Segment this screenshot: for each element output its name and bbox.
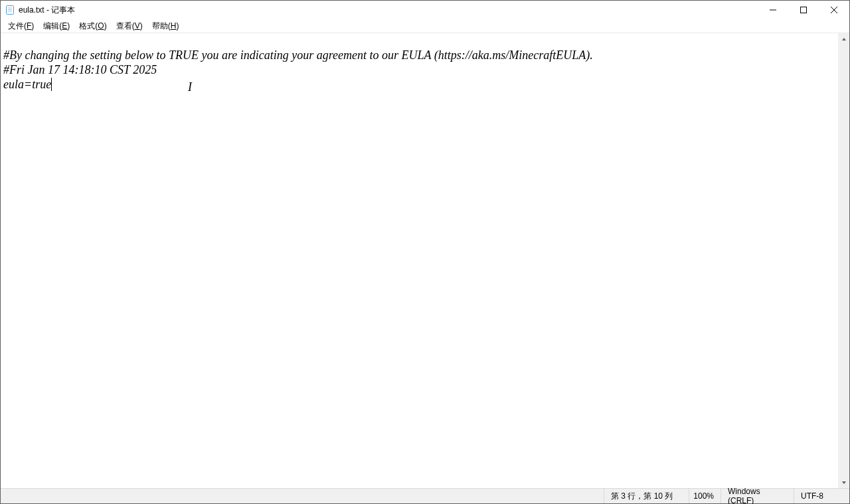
close-button[interactable] [819,1,849,19]
menu-format[interactable]: 格式(O) [74,20,111,33]
menu-help[interactable]: 帮助(H) [147,20,184,33]
menu-view[interactable]: 查看(V) [112,20,147,33]
scroll-track[interactable] [838,44,849,477]
scroll-down-arrow-icon[interactable] [838,477,849,488]
status-zoom: 100% [689,489,721,503]
minimize-button[interactable] [758,1,788,19]
editor-wrap: #By changing the setting below to TRUE y… [1,33,849,488]
menubar: 文件(F) 编辑(E) 格式(O) 查看(V) 帮助(H) [1,19,849,33]
status-encoding: UTF-8 [794,489,849,503]
svg-marker-9 [842,481,846,484]
titlebar: eula.txt - 记事本 [1,1,849,19]
status-cursor-position: 第 3 行，第 10 列 [604,489,689,503]
scroll-up-arrow-icon[interactable] [838,33,849,44]
maximize-button[interactable] [788,1,819,19]
editor-line: #Fri Jan 17 14:18:10 CST 2025 [3,63,157,76]
svg-rect-5 [801,7,807,13]
ibeam-cursor-icon: I [188,80,192,94]
text-editor[interactable]: #By changing the setting below to TRUE y… [1,33,838,488]
menu-edit[interactable]: 编辑(E) [39,20,74,33]
notepad-icon [5,5,15,15]
menu-file[interactable]: 文件(F) [3,20,39,33]
editor-line: #By changing the setting below to TRUE y… [3,48,593,62]
statusbar: 第 3 行，第 10 列 100% Windows (CRLF) UTF-8 [1,488,849,503]
vertical-scrollbar[interactable] [838,33,849,488]
window-title: eula.txt - 记事本 [19,5,75,16]
window-controls [758,1,849,19]
svg-marker-8 [842,38,846,41]
status-spacer [1,489,604,503]
notepad-window: eula.txt - 记事本 文件(F) 编辑(E) 格式(O) 查看(V) 帮… [0,0,850,504]
status-line-ending: Windows (CRLF) [721,489,794,503]
text-caret [51,78,52,91]
editor-line: eula=true [3,78,51,91]
